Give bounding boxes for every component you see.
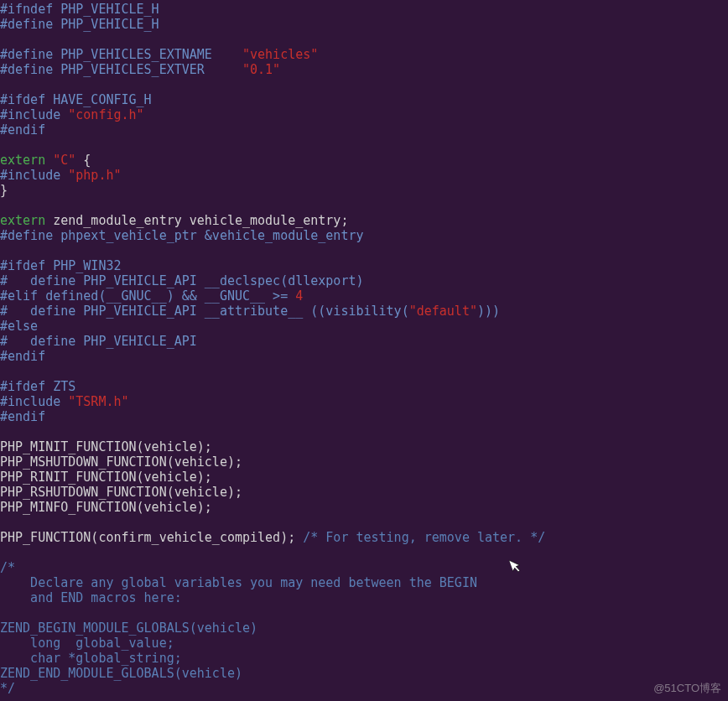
code-text: defined(__GNUC__) && __GNUC__ >= — [38, 288, 295, 304]
comment: ZEND_END_MODULE_GLOBALS(vehicle) — [0, 666, 242, 681]
code-text: PHP_MINFO_FUNCTION(vehicle); — [0, 500, 212, 515]
keyword: extern — [0, 153, 45, 168]
string-literal: "config.h" — [68, 107, 143, 122]
code-text: PHP_VEHICLES_EXTNAME — [53, 47, 242, 62]
directive: # define — [0, 304, 75, 319]
directive: #define — [0, 17, 53, 32]
comment: char *global_string; — [0, 651, 182, 666]
comment: ZEND_BEGIN_MODULE_GLOBALS(vehicle) — [0, 621, 257, 636]
code-text — [45, 153, 53, 168]
directive: #define — [0, 62, 53, 77]
directive: #endif — [0, 122, 45, 138]
code-text: PHP_VEHICLE_API __declspec(dllexport) — [75, 273, 363, 288]
comment: */ — [0, 681, 15, 696]
directive: #elif — [0, 288, 38, 304]
directive: #ifdef — [0, 92, 45, 107]
string-literal: "TSRM.h" — [68, 394, 128, 409]
code-text: PHP_VEHICLE_H — [53, 17, 159, 32]
code-text: { — [75, 153, 91, 168]
code-text: zend_module_entry vehicle_module_entry; — [45, 213, 348, 228]
directive: #define — [0, 228, 53, 243]
code-text: PHP_MINIT_FUNCTION(vehicle); — [0, 439, 212, 454]
code-text: PHP_VEHICLE_API — [75, 334, 197, 349]
code-text: } — [0, 183, 8, 198]
keyword: extern — [0, 213, 45, 228]
code-text: PHP_WIN32 — [45, 258, 121, 273]
code-text: PHP_VEHICLE_H — [53, 2, 159, 17]
directive: #endif — [0, 349, 45, 364]
string-literal: "vehicles" — [242, 47, 318, 62]
code-text: PHP_FUNCTION(confirm_vehicle_compiled); — [0, 530, 303, 545]
directive: #include — [0, 394, 60, 409]
code-text: PHP_VEHICLE_API __attribute__ ((visibili… — [75, 304, 408, 319]
code-text: PHP_MSHUTDOWN_FUNCTION(vehicle); — [0, 454, 242, 470]
comment: long global_value; — [0, 636, 174, 651]
directive: #ifdef — [0, 258, 45, 273]
directive: #include — [0, 168, 60, 183]
code-text — [60, 168, 68, 183]
directive: #endif — [0, 409, 45, 424]
code-text: ))) — [477, 304, 500, 319]
directive: # define — [0, 273, 75, 288]
directive: #define — [0, 47, 53, 62]
code-text: HAVE_CONFIG_H — [45, 92, 151, 107]
string-literal: "0.1" — [242, 62, 280, 77]
directive: #ifndef — [0, 2, 53, 17]
comment: /* For testing, remove later. */ — [303, 530, 545, 545]
string-literal: "C" — [53, 153, 75, 168]
string-literal: "php.h" — [68, 168, 121, 183]
code-editor[interactable]: #ifndef PHP_VEHICLE_H #define PHP_VEHICL… — [0, 0, 728, 696]
code-text: PHP_RINIT_FUNCTION(vehicle); — [0, 470, 212, 485]
code-text: phpext_vehicle_ptr &vehicle_module_entry — [53, 228, 363, 243]
directive: #ifdef — [0, 379, 45, 394]
directive: # define — [0, 334, 75, 349]
comment: and END macros here: — [0, 590, 182, 605]
directive: #else — [0, 319, 38, 334]
comment: /* — [0, 560, 15, 575]
comment: Declare any global variables you may nee… — [0, 575, 477, 590]
directive: #include — [0, 107, 60, 122]
code-text: PHP_VEHICLES_EXTVER — [53, 62, 242, 77]
code-text — [60, 394, 68, 409]
number-literal: 4 — [295, 288, 303, 304]
code-text: PHP_RSHUTDOWN_FUNCTION(vehicle); — [0, 485, 242, 500]
code-text — [60, 107, 68, 122]
string-literal: "default" — [409, 304, 477, 319]
code-text: ZTS — [45, 379, 75, 394]
